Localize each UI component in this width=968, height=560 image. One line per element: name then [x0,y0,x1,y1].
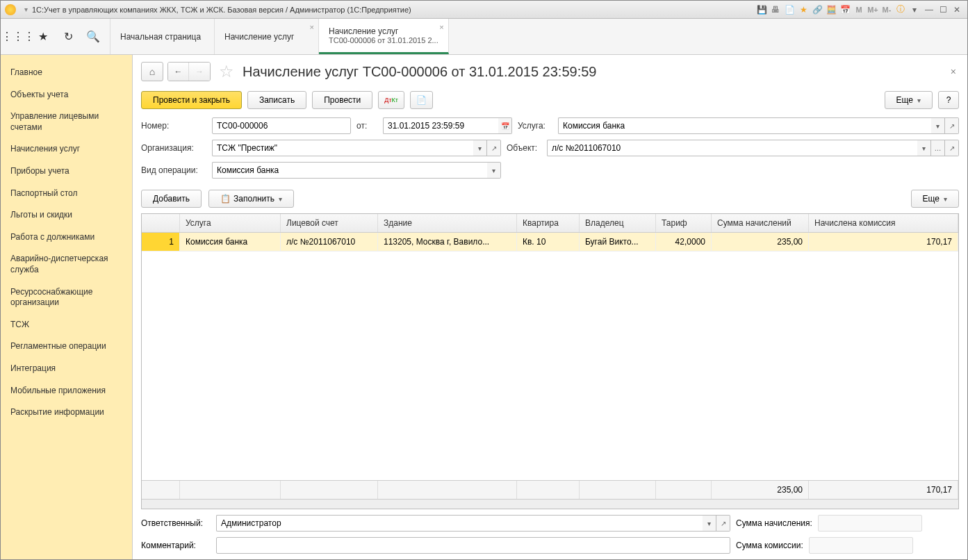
sidebar-item-emergency[interactable]: Аварийно-диспетчерская служба [1,248,132,281]
dropdown-icon[interactable]: ▾ [487,162,501,179]
service-label: Услуга: [518,121,552,131]
post-button[interactable]: Провести [312,91,372,109]
sidebar-item-charges[interactable]: Начисления услуг [1,138,132,160]
post-and-close-button[interactable]: Провести и закрыть [141,91,242,109]
sidebar-item-mobile[interactable]: Мобильные приложения [1,380,132,402]
tab-charges-list[interactable]: Начисление услуг × [215,19,319,54]
open-icon[interactable]: ↗ [945,140,959,156]
col-owner[interactable]: Владелец [580,214,656,232]
service-input[interactable]: Комиссия банка [558,117,931,134]
cell-tariff: 42,0000 [656,233,712,251]
tab-close-icon[interactable]: × [310,23,314,31]
titlebar-menu-icon[interactable]: ▾ [24,6,28,13]
cell-owner: Бугай Викто... [580,233,656,251]
sidebar-item-benefits[interactable]: Льготы и скидки [1,204,132,227]
dropdown-icon[interactable]: ▾ [473,140,487,156]
sidebar-item-routine[interactable]: Регламентные операции [1,336,132,358]
memory-mminus[interactable]: M- [881,4,892,15]
memory-mplus[interactable]: M+ [867,4,878,15]
nav-forward-button[interactable]: → [189,63,210,81]
tab-start-page[interactable]: Начальная страница [110,19,215,54]
info-icon[interactable]: ⓘ [895,4,906,15]
col-account[interactable]: Лицевой счет [281,214,378,232]
cell-rownum: 1 [142,233,180,251]
save-button[interactable]: Записать [247,91,306,109]
maximize-button[interactable]: ☐ [937,4,949,15]
memory-m[interactable]: M [853,4,864,15]
col-building[interactable]: Здание [378,214,517,232]
calendar-picker-icon[interactable]: 📅 [498,117,512,134]
col-charge[interactable]: Сумма начислений [712,214,809,232]
col-commission[interactable]: Начислена комиссия [809,214,958,232]
cell-commission: 170,17 [809,233,958,251]
sidebar-item-main[interactable]: Главное [1,62,132,84]
dtkt-button[interactable]: ДтКт [378,91,404,109]
cell-charge: 235,00 [712,233,809,251]
calc-icon[interactable]: 🧮 [826,4,837,15]
save-icon[interactable]: 💾 [756,4,767,15]
number-input[interactable]: ТС00-000006 [212,117,351,134]
dropdown-icon[interactable]: ▾ [703,515,716,532]
col-tariff[interactable]: Тариф [656,214,712,232]
sidebar-item-meters[interactable]: Приборы учета [1,160,132,183]
close-document-icon[interactable]: × [948,63,959,80]
total-charge-label: Сумма начисления: [736,518,812,528]
more-button[interactable]: Еще [885,91,933,109]
sidebar-item-tsj[interactable]: ТСЖ [1,314,132,336]
home-button[interactable]: ⌂ [141,62,163,81]
dropdown-icon[interactable]: ▾ [917,140,931,156]
doc-icon[interactable]: 📄 [784,4,795,15]
date-input[interactable]: 31.01.2015 23:59:59 [383,117,498,134]
app-icon [5,4,16,15]
table-row[interactable]: 1 Комиссия банка л/с №2011067010 113205,… [142,233,958,252]
search-icon[interactable]: 🔍 [85,29,101,44]
responsible-label: Ответственный: [141,518,211,528]
history-icon[interactable]: ↻ [60,29,76,44]
sidebar-item-passport[interactable]: Паспортный стол [1,183,132,205]
responsible-input[interactable]: Администратор [216,515,703,532]
col-service[interactable]: Услуга [180,214,281,232]
favorites-icon[interactable]: ★ [35,29,51,44]
help-button[interactable]: ? [938,91,959,109]
ellipsis-icon[interactable]: … [931,140,945,156]
favorite-star-icon[interactable]: ☆ [219,62,234,81]
close-button[interactable]: ✕ [951,4,963,15]
print-icon[interactable]: 🖶 [770,4,781,15]
sidebar-item-integration[interactable]: Интеграция [1,358,132,380]
sidebar-item-objects[interactable]: Объекты учета [1,84,132,106]
sidebar-item-resources[interactable]: Ресурсоснабжающие организации [1,281,132,314]
tab-charge-document[interactable]: Начисление услуг ТС00-000006 от 31.01.20… [319,19,449,54]
open-icon[interactable]: ↗ [945,117,959,134]
sidebar-item-disclosure[interactable]: Раскрытие информации [1,402,132,424]
object-label: Объект: [507,143,541,153]
minimize-button[interactable]: — [923,4,935,15]
nav-back-button[interactable]: ← [168,63,189,81]
grid-more-button[interactable]: Еще [911,190,959,208]
open-icon[interactable]: ↗ [716,515,730,532]
link-icon[interactable]: 🔗 [812,4,823,15]
org-input[interactable]: ТСЖ "Престиж" [212,140,473,156]
optype-input[interactable]: Комиссия банка [212,162,487,179]
sidebar-item-accounts[interactable]: Управление лицевыми счетами [1,106,132,138]
document-content: ⌂ ← → ☆ Начисление услуг ТС00-000006 от … [133,55,967,559]
calendar-icon[interactable]: 📅 [839,4,851,15]
report-button[interactable]: 📄 [410,91,433,109]
object-input[interactable]: л/с №2011067010 [547,140,917,156]
tab-close-icon[interactable]: × [439,23,443,31]
total-charge-value [818,515,922,532]
comment-input[interactable] [216,537,730,554]
org-label: Организация: [141,143,206,153]
col-flat[interactable]: Квартира [517,214,580,232]
dropdown-icon[interactable]: ▾ [931,117,945,134]
open-icon[interactable]: ↗ [487,140,501,156]
add-row-button[interactable]: Добавить [141,190,202,208]
apps-icon[interactable]: ⋮⋮⋮ [10,29,26,44]
fill-button[interactable]: 📋Заполнить [208,190,294,208]
dropdown-icon[interactable]: ▾ [909,4,920,15]
tab-subtitle: ТС00-000006 от 31.01.2015 2... [329,36,438,44]
horizontal-scrollbar[interactable] [142,499,958,509]
sidebar-item-debtors[interactable]: Работа с должниками [1,227,132,249]
tab-label: Начисление услуг [224,32,309,42]
star-icon[interactable]: ★ [798,4,809,15]
col-rownum[interactable] [142,214,180,232]
